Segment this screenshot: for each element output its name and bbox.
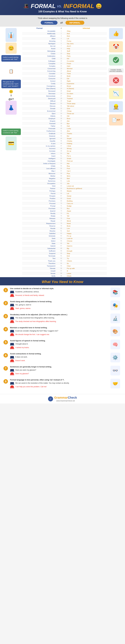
table-row: Colleague 13 Co-worker <box>22 60 107 62</box>
table-row: Difficult 29 Tough <box>22 100 107 102</box>
deco-act-stamp: 📄ACT <box>109 114 123 126</box>
formal-word: Substantial <box>22 247 57 250</box>
table-row: Decrease 26 Go down <box>22 92 107 95</box>
informal-hat-icon <box>10 372 14 375</box>
table-row: Intelligent 52 Smart <box>22 157 107 160</box>
row-num: 67 <box>57 195 66 197</box>
formal-word: Consider <box>22 72 57 75</box>
example-text: Yes, going to, want to <box>15 304 31 306</box>
table-row: Release 76 Free <box>22 217 107 220</box>
informal-word: Cheap <box>66 110 107 112</box>
table-row: Rectify 74 Fix <box>22 212 107 215</box>
informal-word: Free <box>66 217 107 220</box>
informal-hat-icon <box>10 333 14 336</box>
table-row: Substantial 88 Big <box>22 247 107 250</box>
informal-word: Stop <box>66 252 107 255</box>
row-num: 92 <box>57 257 66 260</box>
row-num: 82 <box>57 232 66 235</box>
row-num: 61 <box>57 180 66 182</box>
formal-word: Concerning <box>22 70 57 72</box>
informal-word: Right <box>66 80 107 82</box>
formal-word: Affluent <box>22 35 57 37</box>
example-text: Doesn't work. <box>15 360 25 362</box>
table-row: Cease 10 Stop <box>22 52 107 55</box>
know-item-8: 8 Formal language is less personal, ofte… <box>4 379 122 389</box>
formal-word: Deceased <box>22 90 57 92</box>
table-row: Affluent 3 Rich <box>22 35 107 37</box>
table-row: Less affluent 56 Poor <box>22 167 107 170</box>
table-row: Submit 87 Hand in <box>22 245 107 247</box>
formal-word: Father <box>22 125 57 127</box>
know-main-text: Formal language is less personal, often … <box>10 379 107 381</box>
formal-word: Economical <box>22 110 57 112</box>
formal-word: Incorrect <box>22 147 57 150</box>
table-row: Employer 36 Boss <box>22 117 107 120</box>
know-item-3: 3 Vocabulary needs to be adjusted. (See … <box>4 314 122 324</box>
informal-word: Expensive <box>66 82 107 85</box>
row-num: 50 <box>57 152 66 155</box>
row-num: 22 <box>57 82 66 85</box>
table-row: Omit 63 Leave out <box>22 185 107 187</box>
formal-word: Therefore <box>22 262 57 265</box>
informal-word: Bug <box>66 165 107 167</box>
table-row: Purchase 72 Buy <box>22 207 107 210</box>
know-item-1: 1 Use context to decide on a formal or i… <box>4 288 122 298</box>
formal-word: Quarrel <box>22 210 57 212</box>
row-num: 93 <box>57 260 66 262</box>
formal-word: Verify <box>22 275 57 277</box>
table-row: Are not 7 Aren't <box>22 45 107 47</box>
formal-word: Purchase <box>22 207 57 210</box>
know-main-text: Use context to decide on a formal or inf… <box>10 288 107 290</box>
formal-word: Concerned <box>22 67 57 70</box>
formal-word: Colleague <box>22 60 57 62</box>
table-row: May I 57 Can I <box>22 170 107 172</box>
formal-word: Negative <box>22 177 57 180</box>
know-content: Avoid slang and colloquialisms in formal… <box>10 300 107 310</box>
row-num: 84 <box>57 237 66 240</box>
svg-point-0 <box>113 57 119 63</box>
formal-word: Perspire <box>22 195 57 197</box>
formal-word: Assist <box>22 47 57 50</box>
informal-word: Boyfriend or girlfriend <box>66 187 107 190</box>
formal-word: Transparent <box>22 265 57 267</box>
table-row: In my opinion 47 I think <box>22 145 107 147</box>
formal-word: Premises <box>22 200 57 202</box>
row-num: 16 <box>57 67 66 70</box>
table-row: Courageous 23 Brave <box>22 85 107 87</box>
formal-word: Repair <box>22 220 57 222</box>
row-num: 64 <box>57 187 66 190</box>
row-num: 7 <box>57 45 66 47</box>
informal-word: Poor <box>66 167 107 170</box>
table-row: Negative 60 Bad <box>22 177 107 180</box>
row-num: 3 <box>57 35 66 37</box>
table-row: Consume 20 Eat <box>22 77 107 80</box>
formal-hat-icon <box>10 382 14 384</box>
header-informal-label: Informal <box>64 3 94 10</box>
informal-word: Big <box>66 247 107 250</box>
row-num: 80 <box>57 227 66 230</box>
row-num: 37 <box>57 120 66 122</box>
example-text: I racked my brains. <box>15 346 29 348</box>
formal-word: Fortunate <box>22 127 57 130</box>
formal-word: Suspend <box>22 252 57 255</box>
row-num: 17 <box>57 70 66 72</box>
informal-word: Bad <box>66 177 107 180</box>
know-num: 4 <box>4 327 8 332</box>
table-row: Relate 75 Tell <box>22 215 107 217</box>
table-row: Irritate 55 Bug <box>22 165 107 167</box>
row-num: 27 <box>57 95 66 97</box>
row-num: 2 <box>57 32 66 35</box>
row-num: 24 <box>57 87 66 90</box>
informal-word: Throw away <box>66 102 107 105</box>
informal-word: Mend <box>66 220 107 222</box>
row-num: 76 <box>57 217 66 220</box>
informal-word: Show <box>66 95 107 97</box>
table-row: Therefore 94 So <box>22 262 107 265</box>
informal-word: Boss <box>66 117 107 120</box>
num-col-header: # <box>57 27 66 30</box>
know-title-part1: What You Need <box>42 280 68 284</box>
table-row: Complex 15 Hard <box>22 65 107 67</box>
informal-word: Worried <box>66 67 107 70</box>
formal-word: Prompt <box>22 205 57 207</box>
table-row: Additionally 2 And <box>22 32 107 35</box>
